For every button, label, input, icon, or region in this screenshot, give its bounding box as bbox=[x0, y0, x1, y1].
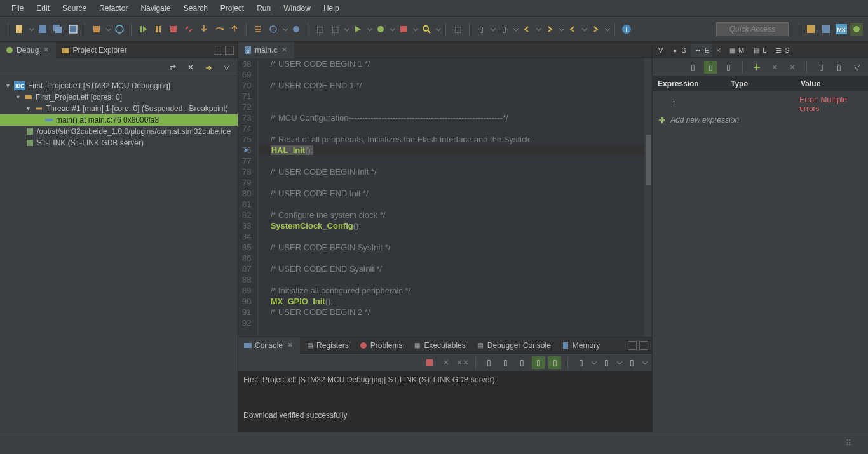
close-icon[interactable]: ✕ bbox=[285, 341, 295, 349]
close-icon[interactable]: ✕ bbox=[714, 46, 723, 55]
back-history-icon[interactable] bbox=[566, 23, 579, 36]
save-icon[interactable] bbox=[36, 23, 49, 36]
scroll-lock-icon[interactable]: ▯ bbox=[499, 356, 512, 369]
tab-executables[interactable]: ▦ Executables bbox=[407, 337, 470, 354]
prev-icon[interactable]: ▯ bbox=[475, 23, 487, 36]
search-icon[interactable] bbox=[420, 23, 433, 36]
restart-icon[interactable] bbox=[267, 23, 280, 36]
close-icon[interactable]: ✕ bbox=[41, 46, 51, 54]
tab-breakpoints[interactable]: ●B bbox=[667, 44, 689, 57]
tab-problems[interactable]: Problems bbox=[354, 337, 408, 354]
expr-btn-2[interactable]: ▯ bbox=[704, 61, 717, 74]
maximize-icon[interactable] bbox=[225, 46, 234, 55]
debug-icon[interactable] bbox=[374, 23, 387, 36]
close-icon[interactable]: ✕ bbox=[280, 46, 289, 54]
tab-sfrs[interactable]: ☰S bbox=[771, 44, 792, 57]
link-icon[interactable]: ✕ bbox=[184, 61, 197, 74]
code-body[interactable]: /* USER CODE BEGIN 1 */ /* USER CODE END… bbox=[258, 58, 652, 337]
suspend-icon[interactable] bbox=[152, 23, 165, 36]
back-icon[interactable] bbox=[520, 23, 533, 36]
display-icon[interactable]: ▯ bbox=[574, 356, 587, 369]
tab-variables[interactable]: V bbox=[655, 44, 666, 56]
save-all-icon[interactable] bbox=[51, 23, 64, 36]
tree-plugin[interactable]: /opt/st/stm32cubeide_1.0.0/plugins/com.s… bbox=[0, 126, 238, 137]
wrap-icon[interactable]: ▯ bbox=[532, 356, 545, 369]
menu-navigate[interactable]: Navigate bbox=[134, 1, 177, 15]
tb-generic-3[interactable]: ⬚ bbox=[451, 23, 464, 36]
build-icon[interactable] bbox=[90, 23, 103, 36]
menu-run[interactable]: Run bbox=[250, 1, 277, 15]
next-icon[interactable]: ▯ bbox=[498, 23, 510, 36]
resume-icon[interactable] bbox=[137, 23, 149, 36]
maximize-icon[interactable] bbox=[639, 341, 648, 350]
clear-console-icon[interactable]: ▯ bbox=[482, 356, 495, 369]
console-body[interactable]: First_Project.elf [STM32 MCU Debugging] … bbox=[238, 371, 652, 432]
tab-expressions[interactable]: ••E bbox=[691, 44, 712, 57]
menu-file[interactable]: File bbox=[5, 1, 30, 15]
fwd-history-icon[interactable] bbox=[589, 23, 602, 36]
quick-access[interactable]: Quick Access bbox=[716, 22, 789, 36]
tab-modules[interactable]: ▦M bbox=[724, 44, 747, 57]
menu-edit[interactable]: Edit bbox=[30, 1, 56, 15]
tab-project-explorer[interactable]: Project Explorer bbox=[56, 42, 132, 58]
col-expression[interactable]: Expression bbox=[653, 77, 726, 91]
step-into-icon[interactable] bbox=[198, 23, 210, 36]
tree-thread[interactable]: ▼ Thread #1 [main] 1 [core: 0] (Suspende… bbox=[0, 103, 238, 114]
expand-icon[interactable]: ▯ bbox=[832, 61, 845, 74]
tab-debug[interactable]: Debug ✕ bbox=[0, 42, 56, 58]
target-icon[interactable] bbox=[113, 23, 126, 36]
tab-debugger-console[interactable]: ▤ Debugger Console bbox=[471, 337, 556, 354]
view-menu-icon[interactable]: ▽ bbox=[850, 61, 863, 74]
drag-handle-icon[interactable]: ⠿ bbox=[843, 439, 855, 448]
remove-terminated-icon[interactable]: ✕ bbox=[440, 356, 452, 369]
menu-refactor[interactable]: Refactor bbox=[93, 1, 134, 15]
tab-live[interactable]: ▤L bbox=[749, 44, 770, 57]
home-icon[interactable] bbox=[202, 61, 215, 74]
tb-generic-1[interactable]: ⬚ bbox=[313, 23, 326, 36]
menu-project[interactable]: Project bbox=[214, 1, 250, 15]
remove-all-icon[interactable]: ✕ bbox=[786, 61, 799, 74]
step-over-icon[interactable] bbox=[213, 23, 226, 36]
binary-icon[interactable] bbox=[67, 23, 79, 36]
add-expression-row[interactable]: Add new expression bbox=[653, 114, 868, 126]
expr-btn-3[interactable]: ▯ bbox=[722, 61, 735, 74]
tree-stlink[interactable]: ST-LINK (ST-LINK GDB server) bbox=[0, 137, 238, 149]
menu-help[interactable]: Help bbox=[317, 1, 346, 15]
instruction-step-icon[interactable] bbox=[252, 23, 264, 36]
tab-console[interactable]: Console ✕ bbox=[238, 337, 300, 354]
view-menu-icon[interactable]: ▽ bbox=[220, 61, 233, 74]
perspective-debug-icon[interactable] bbox=[850, 23, 863, 36]
open-console-icon[interactable]: ▯ bbox=[600, 356, 613, 369]
menu-source[interactable]: Source bbox=[56, 1, 93, 15]
scrollbar-vertical[interactable] bbox=[644, 58, 652, 337]
terminate-icon[interactable] bbox=[167, 23, 180, 36]
menu-search[interactable]: Search bbox=[177, 1, 214, 15]
disconnect-icon[interactable] bbox=[182, 23, 195, 36]
tab-memory[interactable]: Memory bbox=[556, 337, 605, 354]
show-console-icon[interactable]: ▯ bbox=[548, 356, 561, 369]
step-return-icon[interactable] bbox=[228, 23, 241, 36]
perspective-1-icon[interactable] bbox=[804, 23, 817, 36]
perspective-mx-icon[interactable]: MX bbox=[835, 23, 848, 36]
new-icon[interactable] bbox=[13, 23, 26, 36]
expression-row[interactable]: i Error: Multiple errors bbox=[653, 94, 868, 114]
minimize-icon[interactable] bbox=[628, 341, 637, 350]
tree-stack-frame[interactable]: main() at main.c:76 0x8000fa8 bbox=[0, 114, 238, 126]
new-console-icon[interactable]: ▯ bbox=[625, 356, 638, 369]
remove-icon[interactable]: ✕ bbox=[768, 61, 781, 74]
code-editor[interactable]: 6869707172737475➤76777879808182838485868… bbox=[238, 58, 652, 337]
editor-tab-main[interactable]: c main.c ✕ bbox=[238, 42, 294, 58]
pin-icon[interactable]: ▯ bbox=[515, 356, 528, 369]
expr-btn-1[interactable]: ▯ bbox=[686, 61, 699, 74]
tree-process[interactable]: ▼ First_Project.elf [cores: 0] bbox=[0, 91, 238, 103]
terminate-icon[interactable] bbox=[423, 356, 436, 369]
collapse-icon[interactable]: ⇄ bbox=[166, 61, 179, 74]
tree-root[interactable]: ▼ IDE First_Project.elf [STM32 MCU Debug… bbox=[0, 80, 238, 91]
col-type[interactable]: Type bbox=[726, 77, 796, 91]
collapse-icon[interactable]: ▯ bbox=[815, 61, 827, 74]
tab-registers[interactable]: ▤ Registers bbox=[300, 337, 354, 354]
remove-all-icon[interactable]: ✕✕ bbox=[456, 356, 469, 369]
minimize-icon[interactable] bbox=[214, 46, 222, 55]
perspective-2-icon[interactable] bbox=[820, 23, 832, 36]
col-value[interactable]: Value bbox=[796, 77, 868, 91]
